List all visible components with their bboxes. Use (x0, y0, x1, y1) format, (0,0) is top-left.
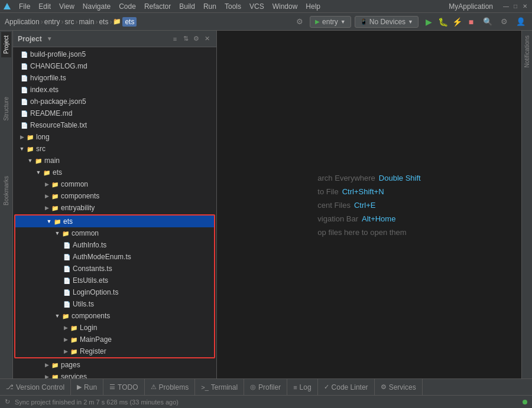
debug-button[interactable]: 🐛 (436, 15, 449, 28)
no-devices-label: No Devices (369, 18, 406, 26)
folder-label: main (44, 156, 60, 165)
list-item[interactable]: 📄 AuthInfo.ts (15, 239, 214, 251)
list-item[interactable]: 📄 build-profile.json5 (13, 48, 216, 60)
status-bar: ↻ Sync project finished in 2 m 7 s 628 m… (0, 395, 532, 408)
structure-tab[interactable]: Structure (1, 93, 11, 125)
close-button[interactable]: ✕ (520, 2, 530, 11)
breadcrumb-ets-selected[interactable]: ets (122, 17, 137, 27)
run-button[interactable]: ▶ (422, 15, 435, 28)
menu-navigate[interactable]: Navigate (79, 1, 114, 12)
tree-settings-icon[interactable]: ⚙ (192, 34, 201, 44)
file-label: CHANGELOG.md (30, 62, 87, 70)
list-item[interactable]: ▼ 📁 components (15, 310, 214, 322)
problems-tab[interactable]: ⚠ Problems (145, 379, 196, 395)
menu-code[interactable]: Code (115, 1, 140, 12)
bookmarks-tab[interactable]: Bookmarks (1, 172, 11, 209)
menu-build[interactable]: Build (176, 1, 199, 12)
profile-button[interactable]: ⚡ (450, 15, 463, 28)
list-item[interactable]: ▶ 📁 components (13, 190, 216, 202)
terminal-tab[interactable]: >_ Terminal (195, 379, 244, 395)
folder-label: Register (80, 347, 106, 355)
menu-run[interactable]: Run (200, 1, 220, 12)
menu-edit[interactable]: Edit (35, 1, 54, 12)
ets-icon: 📄 (63, 276, 71, 285)
list-item[interactable]: ▼ 📁 src (13, 143, 216, 155)
list-item[interactable]: 📄 index.ets (13, 84, 216, 96)
entry-dropdown[interactable]: ▶ entry ▼ (310, 16, 351, 28)
breadcrumb-src[interactable]: src (64, 18, 74, 26)
run-label: Run (84, 383, 97, 391)
menu-vcs[interactable]: VCS (246, 1, 268, 12)
list-item[interactable]: 📄 ResourceTable.txt (13, 119, 216, 131)
collapse-all-icon[interactable]: ≡ (170, 34, 180, 44)
breadcrumb-ets[interactable]: ets (99, 18, 108, 26)
list-item[interactable]: 📄 Utils.ts (15, 298, 214, 310)
folder-icon: 📁 (70, 335, 78, 344)
folder-icon: 📁 (61, 312, 70, 320)
list-item[interactable]: ▶ 📁 services (13, 371, 216, 378)
project-tab[interactable]: Project (1, 32, 11, 57)
code-linter-tab[interactable]: ✓ Code Linter (318, 379, 375, 395)
breadcrumb-entry[interactable]: entry (44, 18, 60, 26)
main-layout: Project Structure Bookmarks Project ▼ ≡ … (0, 31, 532, 378)
sync-icon: ↻ (5, 398, 10, 406)
tree-close-icon[interactable]: ✕ (202, 34, 212, 44)
no-devices-button[interactable]: 📱 No Devices ▼ (355, 16, 419, 28)
list-item[interactable]: ▶ 📁 Register (15, 345, 214, 357)
menu-window[interactable]: Window (269, 1, 301, 12)
menu-tools[interactable]: Tools (221, 1, 245, 12)
collapse-arrow: ▶ (43, 361, 51, 369)
list-item[interactable]: ▶ 📁 MainPage (15, 334, 214, 345)
search-everywhere-icon[interactable]: 🔍 (481, 15, 494, 28)
breadcrumb-main[interactable]: main (79, 18, 94, 26)
log-tab[interactable]: ≡ Log (287, 379, 317, 395)
list-item[interactable]: ▶ 📁 pages (13, 359, 216, 371)
list-item[interactable]: ▼ 📁 ets (15, 216, 214, 227)
file-label: LoginOption.ts (73, 288, 118, 296)
list-item[interactable]: ▶ 📁 common (13, 178, 216, 190)
gear-icon[interactable]: ⚙ (498, 15, 511, 28)
list-item[interactable]: 📄 Constants.ts (15, 263, 214, 275)
menu-refactor[interactable]: Refactor (141, 1, 174, 12)
list-item[interactable]: ▼ 📁 main (13, 155, 216, 167)
todo-tab[interactable]: ☰ TODO (103, 379, 144, 395)
list-item[interactable]: 📄 AuthModeEnum.ts (15, 251, 214, 263)
collapse-arrow: ▶ (43, 180, 51, 188)
services-tab[interactable]: ⚙ Services (375, 379, 423, 395)
notifications-tab[interactable]: Notifications (524, 35, 530, 67)
folder-label: pages (61, 361, 80, 369)
run-tab[interactable]: ▶ Run (71, 379, 103, 395)
app-logo (2, 2, 12, 11)
list-item[interactable]: 📄 oh-package.json5 (13, 96, 216, 107)
md-icon: 📄 (20, 109, 28, 117)
minimize-button[interactable]: — (501, 2, 511, 11)
list-item[interactable]: 📄 EtsUtils.ets (15, 275, 214, 286)
list-item[interactable]: ▶ 📁 Login (15, 322, 214, 334)
hint-text: op files here to open them (317, 227, 406, 236)
collapse-arrow: ▶ (43, 192, 51, 200)
list-item[interactable]: ▼ 📁 ets (13, 167, 216, 178)
list-item[interactable]: 📄 CHANGELOG.md (13, 60, 216, 72)
ts-icon: 📄 (20, 74, 28, 82)
list-item[interactable]: 📄 README.md (13, 107, 216, 119)
version-control-tab[interactable]: ⎇ Version Control (0, 379, 71, 395)
profiler-tab[interactable]: ◎ Profiler (244, 379, 287, 395)
list-item[interactable]: ▶ 📁 long (13, 131, 216, 143)
folder-label: ets (53, 168, 62, 177)
breadcrumb-application[interactable]: Application (5, 18, 40, 26)
folder-icon: 📁 (26, 145, 34, 153)
list-item[interactable]: 📄 hvigorfile.ts (13, 72, 216, 84)
hint-key: Double Shift (379, 173, 421, 182)
stop-button[interactable]: ■ (465, 15, 478, 28)
menu-help[interactable]: Help (302, 1, 324, 12)
list-item[interactable]: 📄 LoginOption.ts (15, 286, 214, 298)
sort-icon[interactable]: ⇅ (181, 34, 190, 44)
menu-view[interactable]: View (56, 1, 78, 12)
list-item[interactable]: ▼ 📁 common (15, 227, 214, 239)
list-item[interactable]: ▶ 📁 entryability (13, 202, 216, 214)
maximize-button[interactable]: □ (511, 2, 520, 11)
user-icon[interactable]: 👤 (514, 15, 527, 28)
settings-icon[interactable]: ⚙ (293, 15, 306, 28)
menu-file[interactable]: File (15, 1, 34, 12)
toolbar: Application › entry › src › main › ets ›… (0, 13, 532, 31)
